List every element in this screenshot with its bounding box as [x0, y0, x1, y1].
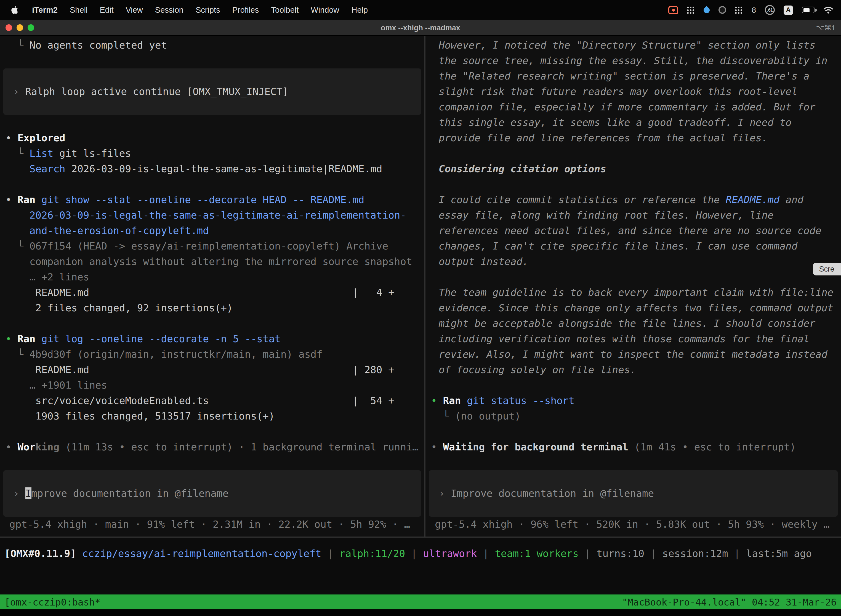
- terminal-blank-line: [0, 53, 424, 69]
- composer-input[interactable]: › Improve documentation in @filename: [429, 470, 838, 517]
- traffic-lights: [0, 24, 34, 31]
- menu-item-toolbelt[interactable]: Toolbelt: [265, 6, 305, 14]
- terminal-line: However, I noticed the "Directory Struct…: [425, 38, 841, 53]
- droplet-icon[interactable]: [703, 4, 710, 15]
- terminal-line: › Improve documentation in @filename: [429, 486, 838, 501]
- terminal-blank-line: [425, 378, 841, 393]
- menu-item-edit[interactable]: Edit: [94, 6, 119, 14]
- terminal-line: • Ran git status --short: [425, 393, 841, 408]
- tmux-status-bar: [omx-cczip0:bash* "MacBook-Pro-44.local"…: [0, 594, 841, 609]
- window-title: omx --xhigh --madmax: [0, 23, 841, 32]
- app-grid-icon[interactable]: [735, 4, 743, 15]
- terminal-line: └ (no output): [425, 408, 841, 424]
- terminal-line: including verification notes with those …: [425, 331, 841, 347]
- macos-screen: iTerm2ShellEditViewSessionScriptsProfile…: [0, 0, 841, 616]
- window-shortcut-badge: ⌥⌘1: [816, 23, 841, 32]
- menu-item-window[interactable]: Window: [305, 6, 345, 14]
- keystroke-icon[interactable]: 8: [752, 4, 756, 15]
- tmux-host-clock: "MacBook-Pro-44.local" 04:52 31-Mar-26: [622, 596, 837, 607]
- terminal-line: provide file and line references from th…: [425, 130, 841, 146]
- terminal-split-panes: └ No agents completed yet› Ralph loop ac…: [0, 36, 841, 537]
- terminal-line: • Waiting for background terminal (1m 41…: [425, 439, 841, 455]
- terminal-line: slight risk that future readers may over…: [425, 84, 841, 99]
- terminal-line: the source tree, missing the essay. Stil…: [425, 53, 841, 69]
- terminal-blank-line: [425, 146, 841, 161]
- terminal-line: the "Related research writing" section i…: [425, 69, 841, 84]
- menu-bar: iTerm2ShellEditViewSessionScriptsProfile…: [0, 0, 841, 20]
- terminal-line: └ 067f154 (HEAD -> essay/ai-reimplementa…: [0, 238, 424, 254]
- terminal-line: 2 files changed, 92 insertions(+): [0, 300, 424, 316]
- menu-item-shell[interactable]: Shell: [64, 6, 94, 14]
- terminal-line: review. Also, I might want to inspect th…: [425, 347, 841, 362]
- terminal-line: Search 2026-03-09-is-legal-the-same-as-l…: [0, 161, 424, 177]
- menu-item-view[interactable]: View: [119, 6, 149, 14]
- terminal-line: this single essay, it seems like a good …: [425, 115, 841, 130]
- terminal-blank-line: [0, 424, 424, 439]
- terminal-line: companion file, especially if more comme…: [425, 99, 841, 115]
- minimize-button[interactable]: [16, 24, 23, 31]
- clipped-tooltip[interactable]: Scre: [813, 263, 841, 276]
- terminal-pane-right[interactable]: However, I noticed the "Directory Struct…: [425, 36, 841, 537]
- terminal-blank-line: [425, 424, 841, 439]
- terminal-line: of focusing solely on file lines.: [425, 362, 841, 378]
- terminal-blank-line: [0, 177, 424, 192]
- terminal-line: src/voice/voiceModeEnabled.ts | 54 +: [0, 393, 424, 408]
- screen-recording-indicator-icon[interactable]: [668, 6, 678, 14]
- terminal-line: 2026-03-09-is-legal-the-same-as-legitima…: [0, 208, 424, 223]
- terminal-line: • Explored: [0, 130, 424, 146]
- menu-item-iterm2[interactable]: iTerm2: [26, 6, 64, 14]
- terminal-line: might be acceptable alongside the file l…: [425, 316, 841, 331]
- terminal-line: Considering citation options: [425, 161, 841, 177]
- wifi-icon[interactable]: [823, 4, 833, 15]
- terminal-line: companion analysis without altering the …: [0, 254, 424, 269]
- menu-items: iTerm2ShellEditViewSessionScriptsProfile…: [26, 6, 374, 14]
- terminal-line: › Ralph loop active continue [OMX_TMUX_I…: [3, 84, 421, 99]
- disc-icon[interactable]: [718, 4, 726, 15]
- terminal-blank-line: [425, 455, 841, 470]
- terminal-line: └ List git ls-files: [0, 146, 424, 161]
- grid-icon[interactable]: [687, 4, 695, 15]
- menu-item-help[interactable]: Help: [346, 6, 374, 14]
- menu-bar-left: iTerm2ShellEditViewSessionScriptsProfile…: [8, 6, 374, 14]
- terminal-line: I could cite commit statistics or refere…: [425, 192, 841, 208]
- omx-status-line: [OMX#0.11.9] cczip/essay/ai-reimplementa…: [0, 538, 841, 569]
- terminal-line: README.md | 280 +: [0, 362, 424, 378]
- terminal-line: └ No agents completed yet: [0, 38, 424, 53]
- terminal-line: └ 4b9d30f (origin/main, instructkr/main,…: [0, 347, 424, 362]
- terminal-line: essay file, along with finding root file…: [425, 208, 841, 223]
- gauge-icon[interactable]: .61: [765, 5, 775, 15]
- terminal-line: and-the-erosion-of-copyleft.md: [0, 223, 424, 238]
- screen-bottom-edge: [0, 609, 841, 616]
- battery-icon[interactable]: [802, 7, 815, 13]
- terminal-line: gpt-5.4 xhigh · main · 91% left · 2.31M …: [0, 517, 424, 532]
- menu-bar-status-icons: 8 .61 A: [668, 4, 833, 15]
- terminal-blank-line: [0, 455, 424, 470]
- close-button[interactable]: [6, 24, 12, 31]
- terminal-blank-line: [0, 115, 424, 130]
- menu-item-session[interactable]: Session: [149, 6, 189, 14]
- terminal-blank-line: [425, 177, 841, 192]
- menu-item-scripts[interactable]: Scripts: [189, 6, 226, 14]
- composer-input[interactable]: › Improve documentation in @filename: [3, 470, 421, 517]
- terminal-line: … +1901 lines: [0, 378, 424, 393]
- menu-item-profiles[interactable]: Profiles: [226, 6, 265, 14]
- bottom-gap: [0, 569, 841, 594]
- terminal-pane-left[interactable]: └ No agents completed yet› Ralph loop ac…: [0, 36, 424, 537]
- zoom-button[interactable]: [28, 24, 34, 31]
- terminal-line: • Working (11m 13s • esc to interrupt) ·…: [0, 439, 424, 455]
- terminal-line: evidence. Since this change only affects…: [425, 300, 841, 316]
- terminal-line: The team guideline is to back every impo…: [425, 285, 841, 300]
- apple-menu[interactable]: [8, 6, 22, 14]
- terminal-line: gpt-5.4 xhigh · 96% left · 520K in · 5.8…: [425, 517, 841, 532]
- text-cursor: I: [25, 487, 31, 499]
- window-title-bar: omx --xhigh --madmax ⌥⌘1: [0, 20, 841, 36]
- apple-icon: [11, 6, 18, 14]
- ralph-loop-banner: › Ralph loop active continue [OMX_TMUX_I…: [3, 69, 421, 115]
- terminal-line: README.md | 4 +: [0, 285, 424, 300]
- terminal-line: references need actual files, and since …: [425, 223, 841, 238]
- terminal-line: › Improve documentation in @filename: [3, 486, 421, 501]
- terminal-line: changes, I can't cite specific file line…: [425, 238, 841, 254]
- terminal-line: • Ran git show --stat --oneline --decora…: [0, 192, 424, 208]
- terminal-line: 1903 files changed, 513517 insertions(+): [0, 408, 424, 424]
- input-source-icon[interactable]: A: [784, 5, 793, 15]
